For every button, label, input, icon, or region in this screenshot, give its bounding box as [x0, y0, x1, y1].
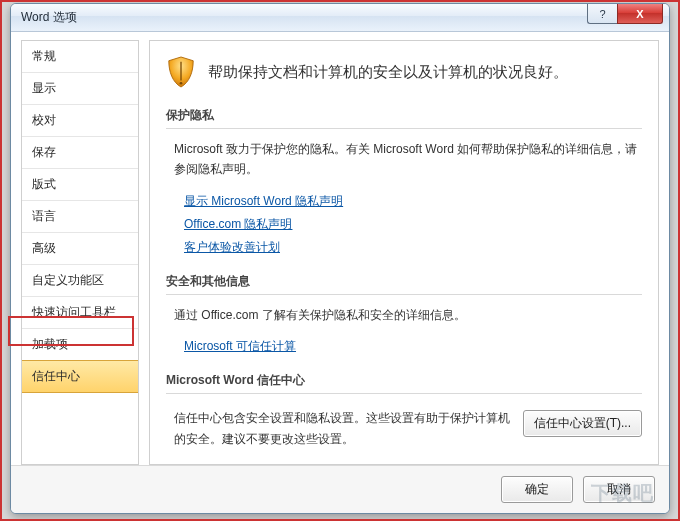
trust-body: 信任中心包含安全设置和隐私设置。这些设置有助于保护计算机的安全。建议不要更改这些…: [174, 408, 513, 449]
help-icon: ?: [599, 8, 605, 20]
sidebar-item-label: 自定义功能区: [32, 273, 104, 287]
hero: 帮助保持文档和计算机的安全以及计算机的状况良好。: [166, 55, 642, 89]
trust-center-settings-button[interactable]: 信任中心设置(T)...: [523, 410, 642, 437]
sidebar: 常规 显示 校对 保存 版式 语言 高级 自定义功能区 快速访问工具栏 加载项 …: [21, 40, 139, 465]
cancel-button[interactable]: 取消: [583, 476, 655, 503]
section-title-privacy: 保护隐私: [166, 107, 642, 124]
sidebar-item-label: 快速访问工具栏: [32, 305, 116, 319]
sidebar-item-general[interactable]: 常规: [22, 41, 138, 73]
sidebar-item-label: 显示: [32, 81, 56, 95]
sidebar-item-label: 信任中心: [32, 369, 80, 383]
security-links: Microsoft 可信任计算: [184, 335, 642, 358]
link-ceip[interactable]: 客户体验改善计划: [184, 239, 280, 256]
close-icon: X: [636, 8, 643, 20]
shield-icon: [166, 55, 196, 89]
close-button[interactable]: X: [617, 4, 663, 24]
link-office-privacy[interactable]: Office.com 隐私声明: [184, 216, 292, 233]
divider: [166, 294, 642, 295]
dialog-footer: 确定 取消: [11, 465, 669, 513]
ok-button[interactable]: 确定: [501, 476, 573, 503]
window-buttons: ? X: [587, 4, 663, 24]
titlebar: Word 选项 ? X: [11, 4, 669, 32]
security-body: 通过 Office.com 了解有关保护隐私和安全的详细信息。: [174, 305, 642, 325]
privacy-body: Microsoft 致力于保护您的隐私。有关 Microsoft Word 如何…: [174, 139, 642, 180]
sidebar-item-quick-access[interactable]: 快速访问工具栏: [22, 297, 138, 329]
word-options-dialog: Word 选项 ? X 常规 显示 校对 保存 版式 语言 高级 自定义功能区 …: [10, 3, 670, 514]
trust-row: 信任中心包含安全设置和隐私设置。这些设置有助于保护计算机的安全。建议不要更改这些…: [166, 404, 642, 459]
dialog-body: 常规 显示 校对 保存 版式 语言 高级 自定义功能区 快速访问工具栏 加载项 …: [11, 32, 669, 465]
sidebar-item-save[interactable]: 保存: [22, 137, 138, 169]
sidebar-item-language[interactable]: 语言: [22, 201, 138, 233]
section-title-security: 安全和其他信息: [166, 273, 642, 290]
sidebar-item-label: 语言: [32, 209, 56, 223]
sidebar-item-addins[interactable]: 加载项: [22, 329, 138, 361]
sidebar-item-label: 常规: [32, 49, 56, 63]
sidebar-item-customize-ribbon[interactable]: 自定义功能区: [22, 265, 138, 297]
privacy-links: 显示 Microsoft Word 隐私声明 Office.com 隐私声明 客…: [184, 190, 642, 259]
divider: [166, 393, 642, 394]
dialog-title: Word 选项: [21, 9, 77, 26]
sidebar-item-label: 保存: [32, 145, 56, 159]
sidebar-item-layout[interactable]: 版式: [22, 169, 138, 201]
sidebar-item-label: 加载项: [32, 337, 68, 351]
sidebar-item-proofing[interactable]: 校对: [22, 105, 138, 137]
sidebar-item-trust-center[interactable]: 信任中心: [21, 360, 139, 393]
content-panel: 帮助保持文档和计算机的安全以及计算机的状况良好。 保护隐私 Microsoft …: [149, 40, 659, 465]
sidebar-item-advanced[interactable]: 高级: [22, 233, 138, 265]
help-button[interactable]: ?: [587, 4, 617, 24]
svg-point-0: [180, 82, 183, 85]
link-word-privacy[interactable]: 显示 Microsoft Word 隐私声明: [184, 193, 343, 210]
hero-text: 帮助保持文档和计算机的安全以及计算机的状况良好。: [208, 63, 568, 82]
sidebar-item-label: 版式: [32, 177, 56, 191]
divider: [166, 128, 642, 129]
sidebar-item-display[interactable]: 显示: [22, 73, 138, 105]
link-trustworthy-computing[interactable]: Microsoft 可信任计算: [184, 338, 296, 355]
sidebar-item-label: 校对: [32, 113, 56, 127]
sidebar-item-label: 高级: [32, 241, 56, 255]
section-title-trust: Microsoft Word 信任中心: [166, 372, 642, 389]
